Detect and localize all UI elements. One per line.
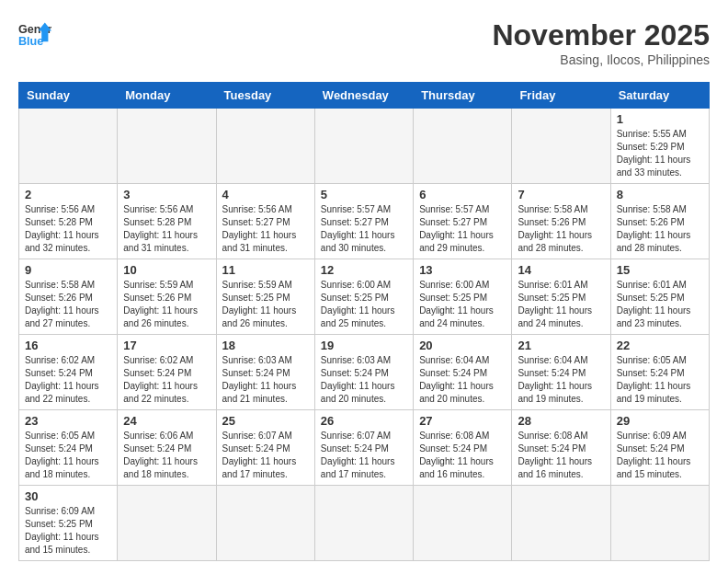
calendar-cell-w5-d1: 23Sunrise: 6:05 AM Sunset: 5:24 PM Dayli… [19, 410, 118, 486]
calendar-cell-w2-d5: 6Sunrise: 5:57 AM Sunset: 5:27 PM Daylig… [414, 184, 512, 259]
calendar-cell-w3-d7: 15Sunrise: 6:01 AM Sunset: 5:25 PM Dayli… [610, 259, 709, 335]
day-info: Sunrise: 6:00 AM Sunset: 5:25 PM Dayligh… [321, 279, 407, 330]
calendar-cell-w6-d2 [118, 486, 216, 561]
calendar-cell-w3-d6: 14Sunrise: 6:01 AM Sunset: 5:25 PM Dayli… [512, 259, 610, 335]
day-info: Sunrise: 5:56 AM Sunset: 5:28 PM Dayligh… [123, 203, 210, 255]
calendar-cell-w5-d3: 25Sunrise: 6:07 AM Sunset: 5:24 PM Dayli… [216, 410, 314, 486]
day-info: Sunrise: 5:58 AM Sunset: 5:26 PM Dayligh… [617, 203, 703, 255]
calendar-cell-w2-d1: 2Sunrise: 5:56 AM Sunset: 5:28 PM Daylig… [19, 184, 118, 259]
day-info: Sunrise: 6:01 AM Sunset: 5:25 PM Dayligh… [617, 279, 703, 330]
day-number: 11 [222, 263, 309, 277]
day-number: 23 [25, 414, 111, 428]
weekday-monday: Monday [118, 83, 216, 109]
calendar-cell-w2-d6: 7Sunrise: 5:58 AM Sunset: 5:26 PM Daylig… [512, 184, 610, 259]
day-number: 20 [419, 339, 506, 352]
day-info: Sunrise: 6:09 AM Sunset: 5:24 PM Dayligh… [617, 430, 703, 481]
day-info: Sunrise: 6:02 AM Sunset: 5:24 PM Dayligh… [123, 354, 210, 406]
weekday-thursday: Thursday [414, 83, 512, 109]
calendar-cell-w3-d2: 10Sunrise: 5:59 AM Sunset: 5:26 PM Dayli… [118, 259, 216, 335]
day-info: Sunrise: 6:02 AM Sunset: 5:24 PM Dayligh… [25, 354, 111, 406]
day-number: 16 [25, 339, 111, 352]
day-info: Sunrise: 6:03 AM Sunset: 5:24 PM Dayligh… [321, 354, 407, 406]
calendar-cell-w4-d1: 16Sunrise: 6:02 AM Sunset: 5:24 PM Dayli… [19, 335, 118, 410]
calendar-cell-w1-d5 [414, 109, 512, 184]
day-number: 2 [25, 188, 111, 201]
day-info: Sunrise: 5:56 AM Sunset: 5:28 PM Dayligh… [25, 203, 111, 255]
day-info: Sunrise: 5:55 AM Sunset: 5:29 PM Dayligh… [617, 128, 703, 179]
day-info: Sunrise: 5:56 AM Sunset: 5:27 PM Dayligh… [222, 203, 309, 255]
calendar-cell-w1-d2 [118, 109, 216, 184]
calendar-cell-w1-d1 [19, 109, 118, 184]
calendar-cell-w6-d7 [610, 486, 709, 561]
calendar-cell-w5-d4: 26Sunrise: 6:07 AM Sunset: 5:24 PM Dayli… [314, 410, 413, 486]
weekday-sunday: Sunday [19, 83, 118, 109]
week-row-4: 16Sunrise: 6:02 AM Sunset: 5:24 PM Dayli… [19, 335, 710, 410]
calendar-cell-w2-d7: 8Sunrise: 5:58 AM Sunset: 5:26 PM Daylig… [610, 184, 709, 259]
calendar-cell-w1-d4 [314, 109, 413, 184]
page-header: General Blue November 2025 Basing, Iloco… [18, 18, 710, 67]
calendar-cell-w2-d3: 4Sunrise: 5:56 AM Sunset: 5:27 PM Daylig… [216, 184, 314, 259]
logo: General Blue [18, 18, 51, 52]
svg-text:Blue: Blue [18, 35, 43, 48]
day-number: 21 [518, 339, 604, 352]
day-number: 19 [321, 339, 407, 352]
calendar-cell-w6-d4 [314, 486, 413, 561]
week-row-2: 2Sunrise: 5:56 AM Sunset: 5:28 PM Daylig… [19, 184, 710, 259]
day-number: 24 [123, 414, 210, 428]
day-number: 9 [25, 263, 111, 277]
calendar-cell-w4-d4: 19Sunrise: 6:03 AM Sunset: 5:24 PM Dayli… [314, 335, 413, 410]
weekday-tuesday: Tuesday [216, 83, 314, 109]
calendar-cell-w6-d1: 30Sunrise: 6:09 AM Sunset: 5:25 PM Dayli… [19, 486, 118, 561]
calendar-cell-w4-d3: 18Sunrise: 6:03 AM Sunset: 5:24 PM Dayli… [216, 335, 314, 410]
day-info: Sunrise: 6:07 AM Sunset: 5:24 PM Dayligh… [321, 430, 407, 481]
weekday-saturday: Saturday [610, 83, 709, 109]
day-number: 5 [321, 188, 407, 201]
calendar-cell-w1-d7: 1Sunrise: 5:55 AM Sunset: 5:29 PM Daylig… [610, 109, 709, 184]
day-number: 18 [222, 339, 309, 352]
day-info: Sunrise: 5:57 AM Sunset: 5:27 PM Dayligh… [321, 203, 407, 255]
day-number: 30 [25, 489, 111, 503]
calendar-table: SundayMondayTuesdayWednesdayThursdayFrid… [18, 82, 710, 561]
weekday-header-row: SundayMondayTuesdayWednesdayThursdayFrid… [19, 83, 710, 109]
day-number: 29 [617, 414, 703, 428]
logo-icon: General Blue [18, 18, 51, 52]
day-number: 7 [518, 188, 604, 201]
day-number: 8 [617, 188, 703, 201]
day-info: Sunrise: 6:09 AM Sunset: 5:25 PM Dayligh… [25, 505, 111, 557]
day-number: 1 [617, 112, 703, 126]
day-info: Sunrise: 6:08 AM Sunset: 5:24 PM Dayligh… [419, 430, 506, 481]
day-number: 3 [123, 188, 210, 201]
calendar-cell-w6-d3 [216, 486, 314, 561]
calendar-cell-w3-d5: 13Sunrise: 6:00 AM Sunset: 5:25 PM Dayli… [414, 259, 512, 335]
day-info: Sunrise: 6:04 AM Sunset: 5:24 PM Dayligh… [419, 354, 506, 406]
day-info: Sunrise: 5:59 AM Sunset: 5:26 PM Dayligh… [123, 279, 210, 330]
calendar-cell-w3-d1: 9Sunrise: 5:58 AM Sunset: 5:26 PM Daylig… [19, 259, 118, 335]
calendar-cell-w4-d7: 22Sunrise: 6:05 AM Sunset: 5:24 PM Dayli… [610, 335, 709, 410]
day-info: Sunrise: 5:57 AM Sunset: 5:27 PM Dayligh… [419, 203, 506, 255]
day-number: 12 [321, 263, 407, 277]
day-info: Sunrise: 6:01 AM Sunset: 5:25 PM Dayligh… [518, 279, 604, 330]
day-info: Sunrise: 6:03 AM Sunset: 5:24 PM Dayligh… [222, 354, 309, 406]
day-number: 13 [419, 263, 506, 277]
weekday-wednesday: Wednesday [314, 83, 413, 109]
calendar-cell-w4-d2: 17Sunrise: 6:02 AM Sunset: 5:24 PM Dayli… [118, 335, 216, 410]
day-number: 27 [419, 414, 506, 428]
calendar-cell-w1-d3 [216, 109, 314, 184]
day-number: 28 [518, 414, 604, 428]
day-number: 26 [321, 414, 407, 428]
day-number: 17 [123, 339, 210, 352]
day-info: Sunrise: 6:07 AM Sunset: 5:24 PM Dayligh… [222, 430, 309, 481]
day-info: Sunrise: 6:05 AM Sunset: 5:24 PM Dayligh… [617, 354, 703, 406]
day-info: Sunrise: 6:00 AM Sunset: 5:25 PM Dayligh… [419, 279, 506, 330]
week-row-3: 9Sunrise: 5:58 AM Sunset: 5:26 PM Daylig… [19, 259, 710, 335]
calendar-cell-w5-d6: 28Sunrise: 6:08 AM Sunset: 5:24 PM Dayli… [512, 410, 610, 486]
day-number: 14 [518, 263, 604, 277]
calendar-cell-w1-d6 [512, 109, 610, 184]
day-number: 25 [222, 414, 309, 428]
day-number: 15 [617, 263, 703, 277]
title-block: November 2025 Basing, Ilocos, Philippine… [492, 18, 710, 67]
calendar-cell-w2-d2: 3Sunrise: 5:56 AM Sunset: 5:28 PM Daylig… [118, 184, 216, 259]
day-info: Sunrise: 5:59 AM Sunset: 5:25 PM Dayligh… [222, 279, 309, 330]
month-title: November 2025 [492, 18, 710, 52]
day-info: Sunrise: 5:58 AM Sunset: 5:26 PM Dayligh… [25, 279, 111, 330]
